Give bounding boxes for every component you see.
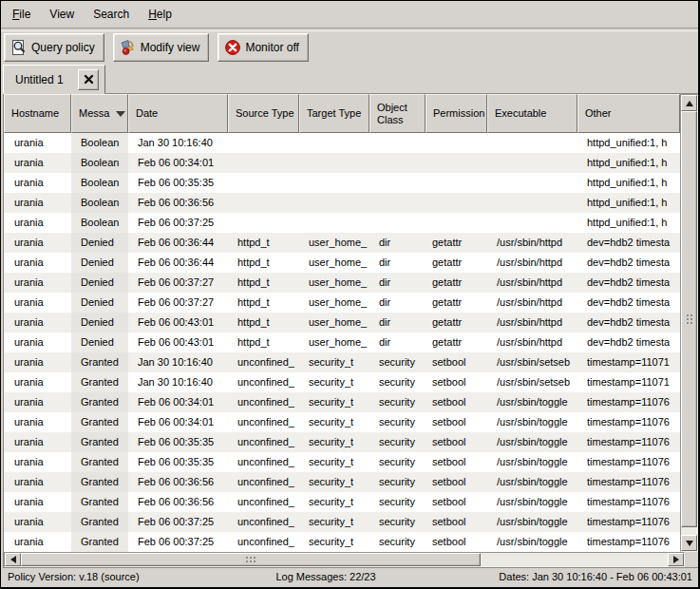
table-cell: /usr/sbin/httpd xyxy=(487,273,577,293)
menu-search[interactable]: Search xyxy=(84,4,139,25)
table-cell: dev=hdb2 timesta xyxy=(577,233,680,253)
table-cell: setbool xyxy=(426,412,487,432)
vertical-scrollbar-thumb[interactable] xyxy=(681,111,697,527)
table-row[interactable]: uraniaBooleanFeb 06 00:36:56httpd_unifie… xyxy=(4,193,680,213)
column-header-target-type[interactable]: Target Type xyxy=(299,94,369,133)
table-cell xyxy=(228,153,299,173)
table-row[interactable]: uraniaDeniedFeb 06 00:43:01httpd_tuser_h… xyxy=(4,332,680,352)
horizontal-scrollbar-thumb[interactable] xyxy=(21,553,481,566)
table-cell: setbool xyxy=(426,452,487,472)
table-cell: dir xyxy=(369,233,426,253)
table-cell: getattr xyxy=(426,313,487,332)
arrow-right-icon xyxy=(673,556,679,563)
table-cell: setbool xyxy=(426,532,487,552)
table-row[interactable]: uraniaDeniedFeb 06 00:36:44httpd_tuser_h… xyxy=(4,233,680,253)
table-row[interactable]: uraniaDeniedFeb 06 00:37:27httpd_tuser_h… xyxy=(4,293,680,313)
table-row[interactable]: uraniaGrantedFeb 06 00:34:01unconfined_s… xyxy=(4,412,680,432)
tab-untitled-1[interactable]: Untitled 1 xyxy=(3,65,105,94)
table-cell: /usr/sbin/httpd xyxy=(487,332,577,352)
table-cell: timestamp=11076 xyxy=(577,492,680,512)
horizontal-scrollbar[interactable] xyxy=(4,552,685,567)
column-header-hostname[interactable]: Hostname xyxy=(4,94,71,133)
table-cell: /usr/sbin/httpd xyxy=(487,253,577,273)
scroll-left-button[interactable] xyxy=(5,553,21,566)
table-row[interactable]: uraniaGrantedFeb 06 00:36:56unconfined_s… xyxy=(4,492,680,512)
table-cell: security xyxy=(369,492,426,512)
table-row[interactable]: uraniaGrantedJan 30 10:16:40unconfined_s… xyxy=(4,372,680,392)
table-cell: dev=hdb2 timesta xyxy=(577,253,680,273)
table-cell: Boolean xyxy=(71,193,128,213)
table-cell: security_t xyxy=(299,432,369,452)
arrow-down-icon xyxy=(686,541,693,546)
table-row[interactable]: uraniaBooleanFeb 06 00:35:35httpd_unifie… xyxy=(4,173,680,193)
date-range-status: Dates: Jan 30 10:16:40 - Feb 06 00:43:01 xyxy=(499,567,692,587)
table-row[interactable]: uraniaDeniedFeb 06 00:37:27httpd_tuser_h… xyxy=(4,273,680,293)
column-header-other[interactable]: Other xyxy=(577,94,680,133)
table-cell: dev=hdb2 timesta xyxy=(577,273,680,293)
table-cell: unconfined_ xyxy=(228,452,299,472)
scroll-right-button[interactable] xyxy=(668,553,684,566)
table-cell: timestamp=11076 xyxy=(577,512,680,532)
column-header-date[interactable]: Date xyxy=(128,94,228,133)
table-row[interactable]: uraniaGrantedFeb 06 00:35:35unconfined_s… xyxy=(4,452,680,472)
table-row[interactable]: uraniaGrantedFeb 06 00:37:25unconfined_s… xyxy=(4,512,680,532)
table-header: Hostname Messa Date Source Type Target T… xyxy=(4,94,680,133)
grip-icon xyxy=(687,314,692,324)
query-policy-button[interactable]: Query policy xyxy=(4,33,104,62)
table-cell: Feb 06 00:37:25 xyxy=(128,213,228,233)
table-cell: dir xyxy=(369,293,426,313)
table-cell: httpd_t xyxy=(228,313,299,332)
menu-view[interactable]: View xyxy=(40,4,84,25)
table-row[interactable]: uraniaDeniedFeb 06 00:43:01httpd_tuser_h… xyxy=(4,313,680,332)
table-cell: urania xyxy=(4,173,71,193)
table-cell: /usr/sbin/setseb xyxy=(487,352,577,372)
table-cell: Boolean xyxy=(71,213,128,233)
table-cell: Feb 06 00:34:01 xyxy=(128,392,228,412)
menu-help[interactable]: Help xyxy=(139,4,181,25)
toolbar: Query policy Modify view Monitor off xyxy=(1,30,698,64)
tab-label: Untitled 1 xyxy=(15,73,78,86)
table-cell: user_home_ xyxy=(299,233,369,253)
table-cell: Boolean xyxy=(71,133,128,153)
table-row[interactable]: uraniaBooleanJan 30 10:16:40httpd_unifie… xyxy=(4,133,680,153)
table-row[interactable]: uraniaGrantedJan 30 10:16:40unconfined_s… xyxy=(4,352,680,372)
vertical-scrollbar[interactable] xyxy=(680,94,698,552)
table-cell: Feb 06 00:37:27 xyxy=(128,273,228,293)
table-row[interactable]: uraniaGrantedFeb 06 00:35:35unconfined_s… xyxy=(4,432,680,452)
table-cell: user_home_ xyxy=(299,313,369,332)
policy-version-status: Policy Version: v.18 (source) xyxy=(8,567,140,587)
table-row[interactable]: uraniaBooleanFeb 06 00:34:01httpd_unifie… xyxy=(4,153,680,173)
table-cell: security xyxy=(369,472,426,492)
scroll-up-button[interactable] xyxy=(681,95,697,111)
table-cell: user_home_ xyxy=(299,253,369,273)
table-cell: Granted xyxy=(71,532,128,552)
table-cell: Denied xyxy=(71,253,128,273)
table-cell: getattr xyxy=(426,253,487,273)
table-cell: getattr xyxy=(426,233,487,253)
table-cell xyxy=(369,213,426,233)
column-header-executable[interactable]: Executable xyxy=(487,94,577,133)
menu-file[interactable]: File xyxy=(3,4,40,25)
table-cell: urania xyxy=(4,273,71,293)
table-cell: Feb 06 00:34:01 xyxy=(128,412,228,432)
tab-close-button[interactable] xyxy=(78,69,99,90)
modify-view-button[interactable]: Modify view xyxy=(113,33,210,62)
table-cell: timestamp=11076 xyxy=(577,472,680,492)
column-header-permission[interactable]: Permission xyxy=(426,94,487,133)
scroll-down-button[interactable] xyxy=(681,535,697,551)
column-header-object-class[interactable]: Object Class xyxy=(369,94,426,133)
column-header-source-type[interactable]: Source Type xyxy=(228,94,299,133)
table-cell: /usr/sbin/toggle xyxy=(487,532,577,552)
table-row[interactable]: uraniaDeniedFeb 06 00:36:44httpd_tuser_h… xyxy=(4,253,680,273)
table-cell: httpd_t xyxy=(228,273,299,293)
table-cell: /usr/sbin/httpd xyxy=(487,233,577,253)
table-row[interactable]: uraniaBooleanFeb 06 00:37:25httpd_unifie… xyxy=(4,213,680,233)
table-cell: /usr/sbin/toggle xyxy=(487,452,577,472)
table-row[interactable]: uraniaGrantedFeb 06 00:34:01unconfined_s… xyxy=(4,392,680,412)
column-header-message[interactable]: Messa xyxy=(71,94,128,133)
table-row[interactable]: uraniaGrantedFeb 06 00:37:25unconfined_s… xyxy=(4,532,680,552)
table-row[interactable]: uraniaGrantedFeb 06 00:36:56unconfined_s… xyxy=(4,472,680,492)
table-cell: urania xyxy=(4,512,71,532)
table-cell xyxy=(228,213,299,233)
monitor-off-button[interactable]: Monitor off xyxy=(218,33,308,62)
